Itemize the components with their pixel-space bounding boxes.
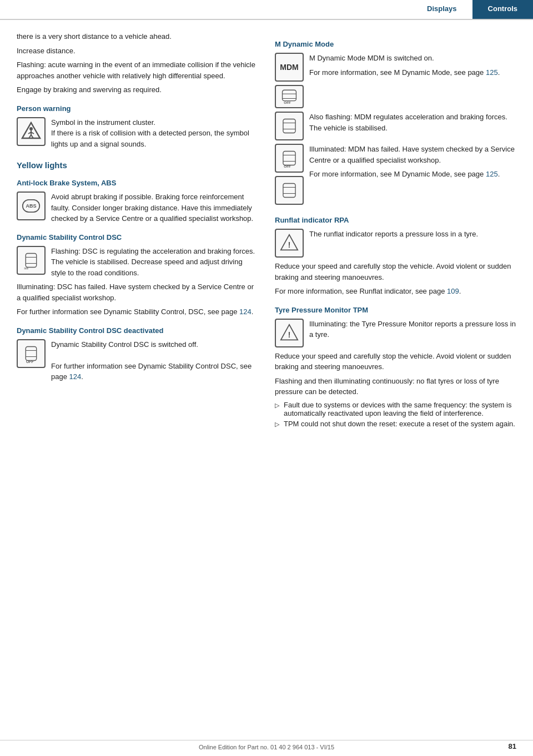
mdm-icon5-svg [279, 180, 299, 200]
dsc-text3: For further information see Dynamic Stab… [17, 306, 258, 317]
runflat-text1: The runflat indicator reports a pressure… [309, 229, 516, 240]
main-content: there is a very short distance to a vehi… [0, 20, 533, 441]
footer-text: Online Edition for Part no. 01 40 2 964 … [199, 744, 334, 750]
svg-rect-24 [283, 152, 295, 165]
header-tabs: Displays Controls [411, 0, 533, 19]
svg-text:≈≈: ≈≈ [24, 266, 29, 270]
person-warning-text: Symbol in the instrument cluster. If the… [51, 117, 258, 150]
dsc-text2: Illuminating: DSC has failed. Have syste… [17, 281, 258, 303]
svg-rect-9 [26, 253, 36, 267]
person-warning-row: Symbol in the instrument cluster. If the… [17, 117, 258, 150]
tpm-bullet1-text: Fault due to systems or devices with the… [284, 401, 516, 417]
mdm-heading: M Dynamic Mode [275, 40, 516, 48]
runflat-text3: For more information, see Runflat indica… [275, 286, 516, 297]
abs-row: ABS Avoid abrupt braking if possible. Br… [17, 191, 258, 224]
dsc-row: ≈≈ Flashing: DSC is regulating the accel… [17, 246, 258, 279]
dsc-icon-svg: ≈≈ [21, 250, 41, 270]
runflat-page-link[interactable]: 109 [447, 287, 459, 295]
svg-text:ABS: ABS [26, 203, 36, 209]
abs-text: Avoid abrupt braking if possible. Brakin… [51, 191, 258, 224]
svg-text:!: ! [288, 240, 290, 249]
header: Displays Controls [0, 0, 533, 20]
tpm-text1: Illuminating: the Tyre Pressure Monitor … [309, 319, 516, 340]
mdm-icon3 [275, 112, 304, 140]
svg-text:OFF: OFF [284, 100, 291, 104]
yellow-lights-heading: Yellow lights [17, 160, 258, 170]
intro-p1: there is a very short distance to a vehi… [17, 31, 258, 42]
person-warning-heading: Person warning [17, 104, 258, 113]
tpm-bullet2-text: TPM could not shut down the reset: execu… [284, 420, 515, 428]
mdm-p1: M Dynamic Mode MDM is switched on. [309, 53, 516, 64]
runflat-icon: ! [275, 229, 304, 258]
tpm-icon-svg: ! [279, 323, 299, 343]
dsc-text1: Flashing: DSC is regulating the accelera… [51, 246, 258, 279]
dsc-deactivated-line2: For further information see Dynamic Stab… [51, 362, 252, 381]
svg-rect-28 [283, 184, 295, 198]
tpm-text2: Reduce your speed and carefully stop the… [275, 351, 516, 372]
tpm-heading: Tyre Pressure Monitor TPM [275, 306, 516, 314]
mdm-p2: For more information, see M Dynamic Mode… [309, 67, 516, 78]
svg-text:OFF: OFF [26, 359, 34, 363]
mdm-icon2: OFF [275, 85, 304, 108]
mdm-icon4: OFF [275, 144, 304, 173]
dsc-icon: ≈≈ [17, 246, 46, 275]
mdm-text3: Illuminated: MDM has failed. Have system… [309, 144, 516, 183]
dsc-deactivated-text: Dynamic Stability Control DSC is switche… [51, 339, 258, 382]
dsc-deactivated-heading: Dynamic Stability Control DSC deactivate… [17, 326, 258, 335]
mdm-text2: Also flashing: MDM regulates acceleratio… [309, 112, 516, 133]
mdm-row2: Also flashing: MDM regulates acceleratio… [275, 112, 516, 140]
mdm-page-link1[interactable]: 125 [486, 68, 498, 77]
mdm-p5: For more information, see M Dynamic Mode… [309, 169, 516, 180]
person-icon-svg [21, 122, 41, 142]
mdm-icon2-svg: OFF [279, 87, 299, 107]
tpm-icon: ! [275, 319, 304, 347]
mdm-icon3-svg [279, 116, 299, 136]
intro-p3: Flashing: acute warning in the event of … [17, 59, 258, 81]
dsc-deactivated-icon: OFF [17, 339, 46, 368]
left-column: there is a very short distance to a vehi… [17, 31, 258, 430]
mdm-row1: MDM OFF M Dynamic Mode MDM is switched o… [275, 53, 516, 108]
tpm-bullet2: ▷ TPM could not shut down the reset: exe… [275, 420, 516, 428]
bullet-arrow-2: ▷ [275, 421, 279, 428]
person-warning-line1: Symbol in the instrument cluster. [51, 118, 155, 127]
dsc-heading: Dynamic Stability Control DSC [17, 233, 258, 241]
mdm-label-icon: MDM [275, 53, 304, 82]
abs-heading: Anti-lock Brake System, ABS [17, 179, 258, 187]
runflat-heading: Runflat indicator RPA [275, 216, 516, 224]
footer-page-number: 81 [509, 742, 516, 750]
mdm-icon4-svg: OFF [279, 148, 299, 168]
mdm-p4: Illuminated: MDM has failed. Have system… [309, 144, 516, 165]
abs-icon-svg: ABS [21, 196, 41, 216]
svg-text:!: ! [288, 330, 290, 339]
mdm-icon5 [275, 176, 304, 205]
tpm-row: ! Illuminating: the Tyre Pressure Monito… [275, 319, 516, 347]
dsc-deactivated-line1: Dynamic Stability Control DSC is switche… [51, 340, 198, 349]
svg-point-1 [29, 127, 33, 130]
mdm-icon-stack2: OFF [275, 144, 304, 205]
abs-icon: ABS [17, 191, 46, 220]
svg-rect-21 [283, 119, 295, 133]
svg-rect-17 [283, 90, 296, 100]
mdm-text1: M Dynamic Mode MDM is switched on. For m… [309, 53, 516, 81]
dsc-deactivated-row: OFF Dynamic Stability Control DSC is swi… [17, 339, 258, 382]
dsc-deactivated-page-link[interactable]: 124 [69, 372, 82, 381]
mdm-icon-stack: MDM OFF [275, 53, 304, 108]
tpm-text3: Flashing and then illuminating continuou… [275, 376, 516, 397]
intro-p2: Increase distance. [17, 46, 258, 57]
runflat-row: ! The runflat indicator reports a pressu… [275, 229, 516, 258]
tab-controls[interactable]: Controls [472, 0, 533, 19]
intro-p4: Engage by braking and swerving as requir… [17, 84, 258, 95]
person-warning-icon [17, 117, 46, 146]
mdm-page-link2[interactable]: 125 [486, 170, 498, 178]
person-warning-line2: If there is a risk of collision with a d… [51, 129, 249, 148]
dsc-deactivated-icon-svg: OFF [21, 344, 41, 364]
svg-text:OFF: OFF [284, 164, 291, 168]
tpm-bullet1: ▷ Fault due to systems or devices with t… [275, 401, 516, 417]
runflat-icon-svg: ! [279, 233, 299, 253]
footer: Online Edition for Part no. 01 40 2 964 … [0, 740, 533, 750]
tab-displays[interactable]: Displays [411, 0, 472, 19]
dsc-page-link[interactable]: 124 [239, 308, 252, 316]
mdm-row3: OFF Illuminated: MDM has failed. Have sy… [275, 144, 516, 205]
bullet-arrow-1: ▷ [275, 402, 279, 409]
runflat-text2: Reduce your speed and carefully stop the… [275, 261, 516, 283]
